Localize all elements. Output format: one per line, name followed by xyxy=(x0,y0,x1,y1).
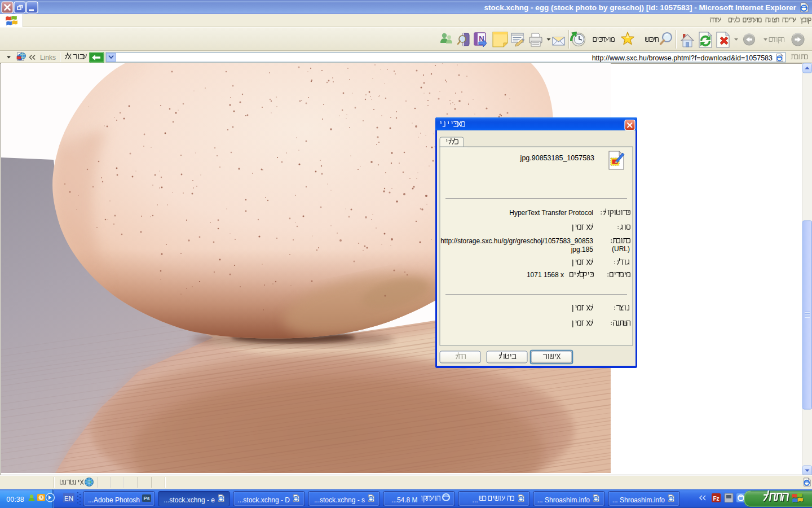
svg-text:HyperText Transfer Protocol: HyperText Transfer Protocol xyxy=(509,209,593,217)
svg-text:1071 1568 x: 1071 1568 x xyxy=(527,271,564,279)
svg-text:00:38: 00:38 xyxy=(6,496,24,503)
svg-text:...stock.xchng - e: ...stock.xchng - e xyxy=(164,496,215,504)
svg-text:(URL): (URL) xyxy=(612,245,630,253)
svg-text:EN: EN xyxy=(64,495,73,502)
svg-text:... Shroashim.info: ... Shroashim.info xyxy=(612,496,665,504)
svg-text:... Shroashim.info: ... Shroashim.info xyxy=(537,496,590,504)
svg-text:stock.xchng - egg (stock photo: stock.xchng - egg (stock photo by gresch… xyxy=(484,3,796,12)
svg-text:Links: Links xyxy=(40,54,56,62)
svg-text:...stock.xchng - D: ...stock.xchng - D xyxy=(237,496,290,504)
svg-text:jpg.90853185_1057583: jpg.90853185_1057583 xyxy=(520,154,594,162)
svg-text:...Adobe Photosh: ...Adobe Photosh xyxy=(88,496,140,504)
svg-text:Fz: Fz xyxy=(713,496,719,502)
svg-text:jpg.185: jpg.185 xyxy=(571,246,594,253)
svg-text:Ps: Ps xyxy=(143,496,149,501)
svg-text:http://storage.sxc.hu/g/gr/gre: http://storage.sxc.hu/g/gr/greschoj/1057… xyxy=(440,237,593,245)
svg-text:...54.8 M: ...54.8 M xyxy=(391,496,418,504)
svg-text:http://www.sxc.hu/browse.phtml: http://www.sxc.hu/browse.phtml?f=downloa… xyxy=(592,54,773,62)
svg-text:...: ... xyxy=(473,496,478,504)
svg-text:...stock.xchng - s: ...stock.xchng - s xyxy=(314,496,365,504)
